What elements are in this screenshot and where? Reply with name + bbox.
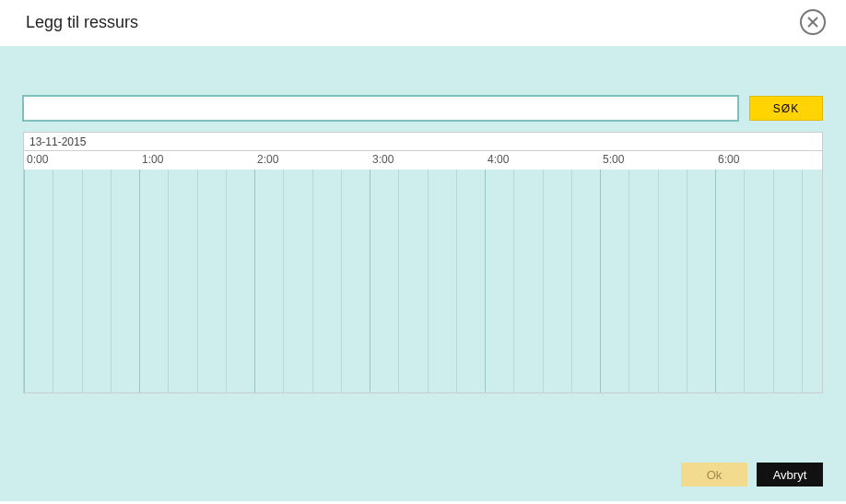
tick-major [715,170,744,393]
tick-minor [543,170,571,393]
close-icon [807,17,818,28]
tick-minor [773,170,802,393]
tick-minor [168,170,196,393]
tick-major [600,170,629,393]
timeline-hour-label: 3:00 [370,153,394,166]
search-row: SØK [23,96,823,121]
tick-minor [283,170,311,393]
timeline-hour-label: 4:00 [485,153,509,166]
timeline-hour: 2:00 [254,151,370,393]
tick-minor [398,170,427,393]
tick-minor [428,170,456,393]
timeline-date: 13-11-2015 [24,133,822,151]
timeline-hour-label: 0:00 [24,153,48,166]
timeline-hour: 5:00 [600,151,715,393]
tick-minor [53,170,81,393]
timeline-hour: 4:00 [485,151,600,393]
tick-minor [802,170,822,393]
tick-major [254,170,283,393]
search-input[interactable] [23,96,738,121]
tick-minor [744,170,772,393]
dialog-header: Legg til ressurs [0,0,846,46]
timeline-hour-label: 5:00 [600,153,624,166]
tick-major [139,170,168,393]
tick-minor [629,170,657,393]
tick-minor [456,170,485,393]
cancel-button[interactable]: Avbryt [757,463,823,486]
timeline-hour: 0:00 [24,151,139,393]
tick-minor [111,170,139,393]
tick-minor [687,170,715,393]
timeline-scroll[interactable]: 0:001:002:003:004:005:006:007:008:009:00… [24,151,822,393]
timeline-hour: 1:00 [139,151,254,393]
tick-major [370,170,398,393]
dialog-title: Legg til ressurs [26,13,138,32]
search-button[interactable]: SØK [749,96,823,121]
timeline-hour-label: 6:00 [715,153,739,166]
tick-major [24,170,53,393]
dialog-body: SØK 13-11-2015 0:001:002:003:004:005:006… [0,46,846,501]
close-button[interactable] [800,9,826,35]
tick-minor [82,170,111,393]
tick-minor [571,170,600,393]
tick-major [485,170,513,393]
timeline-hour: 6:00 [715,151,822,393]
timeline-hour-label: 1:00 [139,153,163,166]
timeline-hour-label: 2:00 [254,153,278,166]
tick-minor [658,170,687,393]
tick-minor [197,170,226,393]
tick-minor [513,170,542,393]
tick-minor [226,170,254,393]
dialog-footer: Ok Avbryt [23,444,823,486]
timeline-hour: 3:00 [370,151,485,393]
tick-minor [341,170,370,393]
timeline-grid: 0:001:002:003:004:005:006:007:008:009:00… [24,151,822,393]
ok-button[interactable]: Ok [681,463,747,486]
tick-minor [312,170,341,393]
timeline-panel: 13-11-2015 0:001:002:003:004:005:006:007… [23,132,823,393]
